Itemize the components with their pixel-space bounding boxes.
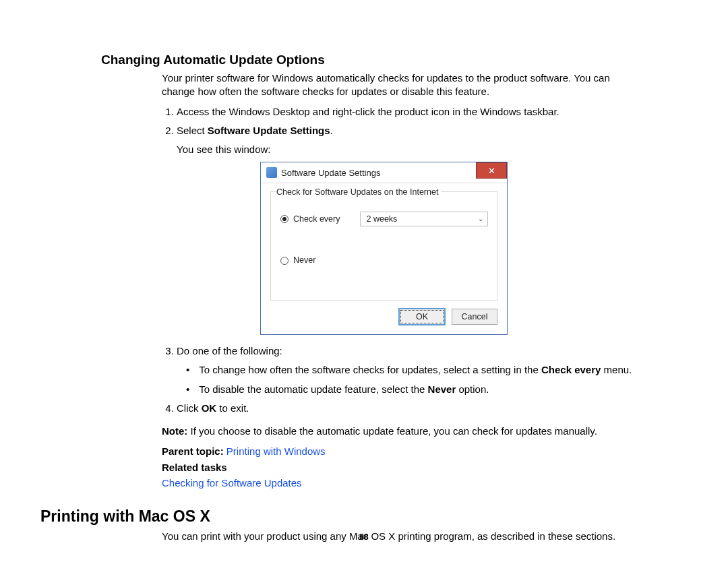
section-heading-mac-osx: Printing with Mac OS X — [40, 507, 634, 526]
close-icon: ✕ — [488, 166, 495, 175]
radio-never[interactable] — [280, 257, 289, 265]
section-heading-update-options: Changing Automatic Update Options — [101, 53, 634, 67]
bullet-never: To disable the automatic update feature,… — [186, 383, 634, 396]
bullet-check-every: To change how often the software checks … — [186, 363, 634, 377]
radio-check-every-row: Check every 2 weeks ⌄ — [280, 212, 491, 226]
bullet1-pre: To change how often the software checks … — [199, 364, 541, 375]
step-2-after: You see this window: — [177, 143, 634, 156]
interval-dropdown-value: 2 weeks — [366, 214, 397, 225]
dialog-body: Check for Software Updates on the Intern… — [261, 183, 507, 334]
step-2-pre: Select — [177, 125, 208, 136]
related-tasks-label: Related tasks — [162, 461, 634, 474]
chevron-down-icon: ⌄ — [478, 214, 483, 224]
radio-check-every[interactable] — [280, 215, 289, 223]
bullet1-post: menu. — [601, 364, 632, 375]
radio-never-row: Never — [280, 255, 491, 266]
step-3-bullets: To change how often the software checks … — [177, 363, 634, 396]
step4-pre: Click — [177, 402, 202, 414]
related-tasks-link[interactable]: Checking for Software Updates — [162, 476, 634, 490]
step-3: Do one of the following: To change how o… — [177, 344, 634, 396]
radio-never-label: Never — [293, 255, 315, 266]
step-2-post: . — [330, 125, 333, 136]
radio-check-every-label: Check every — [293, 214, 340, 225]
page-number: 88 — [0, 532, 728, 542]
steps-list: Access the Windows Desktop and right-cli… — [162, 105, 634, 416]
close-button[interactable]: ✕ — [476, 162, 507, 179]
update-check-groupbox: Check for Software Updates on the Intern… — [270, 191, 497, 301]
step4-bold: OK — [202, 402, 217, 414]
software-update-settings-dialog: Software Update Settings ✕ Check for Sof… — [260, 162, 508, 335]
app-icon — [266, 167, 277, 178]
dialog-button-row: OK Cancel — [270, 309, 497, 325]
ok-button[interactable]: OK — [399, 309, 445, 325]
intro-paragraph: Your printer software for Windows automa… — [162, 71, 634, 98]
note-text: If you choose to disable the automatic u… — [187, 425, 597, 437]
parent-topic-link[interactable]: Printing with Windows — [226, 445, 326, 457]
cancel-button[interactable]: Cancel — [452, 309, 497, 325]
interval-dropdown[interactable]: 2 weeks ⌄ — [360, 212, 488, 226]
parent-topic-label: Parent topic: — [162, 445, 226, 457]
bullet2-pre: To disable the automatic update feature,… — [199, 383, 427, 395]
step-2-bold: Software Update Settings — [208, 125, 330, 136]
dialog-title: Software Update Settings — [281, 167, 380, 179]
note-paragraph: Note: If you choose to disable the autom… — [162, 425, 634, 438]
bullet2-bold: Never — [428, 383, 456, 395]
step-1-text: Access the Windows Desktop and right-cli… — [177, 106, 559, 117]
ok-button-label: OK — [416, 311, 428, 323]
step-3-lead: Do one of the following: — [177, 345, 282, 356]
dialog-titlebar: Software Update Settings ✕ — [261, 162, 507, 183]
note-label: Note: — [162, 425, 187, 437]
step-2: Select Software Update Settings. You see… — [177, 124, 634, 335]
bullet2-post: option. — [456, 383, 489, 395]
groupbox-legend: Check for Software Updates on the Intern… — [276, 187, 441, 198]
screenshot-dialog-wrap: Software Update Settings ✕ Check for Sof… — [260, 162, 634, 335]
step4-post: to exit. — [216, 402, 249, 414]
step-1: Access the Windows Desktop and right-cli… — [177, 105, 634, 119]
bullet1-bold: Check every — [541, 364, 601, 375]
step-4: Click OK to exit. — [177, 402, 634, 415]
cancel-button-label: Cancel — [462, 311, 488, 323]
document-page: Changing Automatic Update Options Your p… — [0, 0, 728, 562]
parent-topic-line: Parent topic: Printing with Windows — [162, 445, 634, 458]
